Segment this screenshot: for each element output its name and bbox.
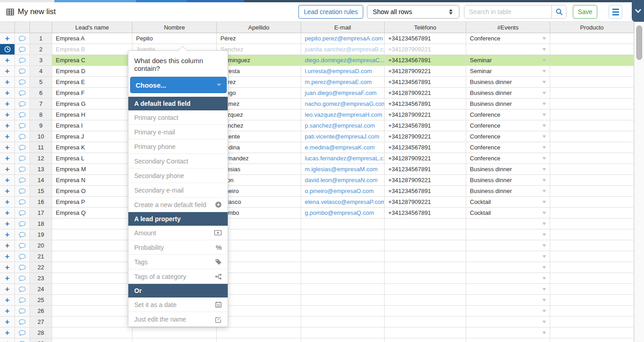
apellido-cell[interactable] <box>217 262 301 273</box>
comment-button[interactable] <box>15 306 30 317</box>
phone-cell[interactable] <box>385 284 466 295</box>
apellido-cell[interactable]: Perez <box>217 77 301 88</box>
apellido-cell[interactable]: Gomez <box>217 99 301 109</box>
producto-cell[interactable] <box>550 218 634 229</box>
comment-button[interactable] <box>15 142 30 153</box>
email-cell[interactable]: o.pineiro@empresaO.com <box>301 186 385 197</box>
lead-name-cell[interactable] <box>52 229 132 240</box>
producto-cell[interactable] <box>550 55 634 66</box>
add-lead-button[interactable]: + <box>0 120 15 131</box>
column-header[interactable]: Teléfono <box>385 22 466 33</box>
events-dropdown-cell[interactable]: Business dinner <box>466 186 550 197</box>
lead-creation-rules-button[interactable]: Lead creation rules <box>298 5 363 19</box>
producto-cell[interactable] <box>550 33 634 44</box>
apellido-cell[interactable]: Vazquez <box>217 109 301 120</box>
producto-cell[interactable] <box>550 197 634 208</box>
email-cell[interactable]: david.leon@empresaN.com <box>301 175 385 186</box>
comment-button[interactable] <box>15 295 30 306</box>
apellido-cell[interactable] <box>217 338 301 342</box>
events-dropdown-cell[interactable]: Business dinner <box>466 164 550 175</box>
column-header[interactable]: E-mail <box>301 22 385 33</box>
events-dropdown-cell[interactable] <box>466 273 550 284</box>
phone-cell[interactable] <box>385 295 466 306</box>
apellido-cell[interactable]: Pineiro <box>217 186 301 197</box>
add-lead-button[interactable]: + <box>0 197 15 208</box>
producto-cell[interactable] <box>550 240 634 251</box>
lead-name-cell[interactable]: Empresa B <box>52 44 132 55</box>
producto-cell[interactable] <box>550 295 634 306</box>
email-cell[interactable] <box>301 306 385 317</box>
add-lead-button[interactable]: + <box>0 66 15 77</box>
phone-cell[interactable]: +341234567891 <box>385 120 466 131</box>
email-cell[interactable]: e.medina@empresaK.com <box>301 142 385 153</box>
phone-cell[interactable]: +341287909221 <box>385 131 466 142</box>
comment-button[interactable] <box>15 186 30 197</box>
phone-cell[interactable]: +341234567891 <box>385 164 466 175</box>
menu-item[interactable]: Probability% <box>128 240 228 255</box>
column-header[interactable]: Lead's name <box>52 22 132 33</box>
choose-dropdown-button[interactable]: Choose... <box>130 77 227 93</box>
producto-cell[interactable] <box>550 186 634 197</box>
add-lead-button[interactable]: + <box>0 327 15 338</box>
producto-cell[interactable] <box>550 153 634 164</box>
email-cell[interactable] <box>301 273 385 284</box>
email-cell[interactable] <box>301 317 385 327</box>
menu-item[interactable]: Just edit the name <box>128 312 228 327</box>
lead-name-cell[interactable] <box>52 284 132 295</box>
producto-cell[interactable] <box>550 66 634 77</box>
events-dropdown-cell[interactable]: Cocktail <box>466 208 550 218</box>
menu-item[interactable]: Tags <box>128 255 228 269</box>
comment-button[interactable] <box>15 317 30 327</box>
apellido-cell[interactable]: Dominguez <box>217 55 301 66</box>
menu-item[interactable]: Primary e-mail <box>128 125 228 139</box>
email-cell[interactable]: pati.vicente@empresaJ.com <box>301 131 385 142</box>
phone-cell[interactable] <box>385 273 466 284</box>
lead-name-cell[interactable]: Empresa C <box>52 55 132 66</box>
apellido-cell[interactable] <box>217 251 301 262</box>
email-cell[interactable]: leo.vazquez@empresaH.com <box>301 109 385 120</box>
add-lead-button[interactable]: + <box>0 317 15 327</box>
events-dropdown-cell[interactable]: Conference <box>466 109 550 120</box>
email-cell[interactable] <box>301 338 385 342</box>
producto-cell[interactable] <box>550 262 634 273</box>
producto-cell[interactable] <box>550 306 634 317</box>
apellido-cell[interactable] <box>217 229 301 240</box>
phone-cell[interactable]: +341287909221 <box>385 197 466 208</box>
add-lead-button[interactable]: + <box>0 153 15 164</box>
email-cell[interactable] <box>301 262 385 273</box>
add-lead-button[interactable]: + <box>0 77 15 88</box>
menu-item[interactable]: Secondary Contact <box>128 154 228 169</box>
events-dropdown-cell[interactable]: Conference <box>466 153 550 164</box>
comment-button[interactable] <box>15 284 30 295</box>
save-button[interactable]: Save <box>573 5 597 19</box>
lead-name-cell[interactable] <box>52 218 132 229</box>
comment-button[interactable] <box>15 208 30 218</box>
add-lead-button[interactable]: + <box>0 218 15 229</box>
email-cell[interactable] <box>301 284 385 295</box>
lead-name-cell[interactable]: Empresa Q <box>52 208 132 218</box>
apellido-cell[interactable]: Vicente <box>217 131 301 142</box>
producto-cell[interactable] <box>550 317 634 327</box>
lead-name-cell[interactable]: Empresa L <box>52 153 132 164</box>
apellido-cell[interactable] <box>217 295 301 306</box>
menu-item[interactable]: Secondary e-mail <box>128 183 228 198</box>
comment-button[interactable] <box>15 55 30 66</box>
phone-cell[interactable] <box>385 218 466 229</box>
email-cell[interactable]: g.pombo@empresaQ.com <box>301 208 385 218</box>
events-dropdown-cell[interactable] <box>466 251 550 262</box>
lead-name-cell[interactable] <box>52 327 132 338</box>
email-cell[interactable]: juanita.sanchez@empresaB.c... <box>301 44 385 55</box>
producto-cell[interactable] <box>550 327 634 338</box>
email-cell[interactable]: lucas.fernandez@empresaL.c... <box>301 153 385 164</box>
phone-cell[interactable]: +341234567891 <box>385 77 466 88</box>
apellido-cell[interactable]: Pombo <box>217 208 301 218</box>
producto-cell[interactable] <box>550 44 634 55</box>
rows-filter-select[interactable]: Show all rows <box>367 5 459 19</box>
email-cell[interactable] <box>301 218 385 229</box>
add-lead-button[interactable]: + <box>0 273 15 284</box>
producto-cell[interactable] <box>550 77 634 88</box>
lead-name-cell[interactable] <box>52 251 132 262</box>
comment-button[interactable] <box>15 164 30 175</box>
events-dropdown-cell[interactable]: Seminar <box>466 55 550 66</box>
add-lead-button[interactable]: + <box>0 240 15 251</box>
